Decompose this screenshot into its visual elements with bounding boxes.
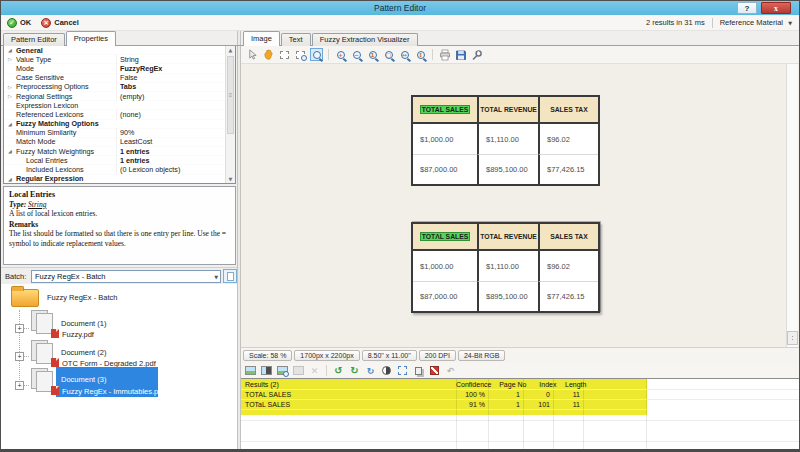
property-value[interactable]: (0 Lexicon objects) [116, 165, 225, 174]
image-preview-icon[interactable] [244, 364, 257, 377]
reference-material-dropdown[interactable]: Reference Material ▼ [720, 18, 792, 27]
rotate-ccw-icon[interactable]: ↺ [332, 364, 345, 377]
select-region-icon[interactable] [278, 48, 291, 61]
image-viewer[interactable]: TOTAL SALES TOTAL REVENUE SALES TAX $1,0… [241, 63, 799, 347]
expand-icon[interactable] [15, 324, 24, 333]
scanned-table-1: TOTAL SALES TOTAL REVENUE SALES TAX $1,0… [411, 95, 600, 186]
property-grid-scrollbar[interactable]: ▲ ▼ [225, 46, 235, 183]
tools-icon[interactable] [470, 48, 483, 61]
save-icon[interactable] [454, 48, 467, 61]
batch-combobox[interactable]: Fuzzy RegEx - Batch ▼ [31, 270, 221, 283]
table-cell: $1,000.00 [413, 251, 477, 281]
result-index: 0 [523, 391, 553, 398]
clear-overlay-icon[interactable] [428, 364, 441, 377]
cancel-button[interactable]: × Cancel [41, 18, 79, 28]
zoom-fit-icon[interactable]: □ [382, 48, 395, 61]
copy-page-icon[interactable] [412, 364, 425, 377]
zoom-selection-icon[interactable] [294, 48, 307, 61]
property-name: Value Type [16, 55, 116, 64]
expander-icon[interactable]: ▷ [4, 84, 16, 90]
pdf-icon [51, 358, 59, 367]
rotate-cw-icon[interactable]: ↻ [348, 364, 361, 377]
property-value[interactable]: Tabs [116, 82, 225, 91]
contrast-icon[interactable] [380, 364, 393, 377]
column-header-page-no[interactable]: Page No [494, 381, 529, 388]
property-value[interactable]: (empty) [116, 92, 225, 101]
result-row[interactable]: TOTaL SALES 91 % 1 101 11 [241, 400, 647, 410]
table-cell: $895,100.00 [477, 281, 538, 311]
expander-icon[interactable]: ◢ [4, 121, 16, 127]
zoom-actual-icon[interactable]: 1 [366, 48, 379, 61]
image-edit-toolbar: ✕ ↺ ↻ ↻ ↶ [241, 363, 799, 378]
match-highlight: TOTAL SALES [420, 105, 470, 115]
property-value[interactable]: 90% [116, 128, 225, 137]
property-value[interactable]: String [116, 55, 225, 64]
refresh-icon[interactable]: ↻ [364, 364, 377, 377]
tree-root-label[interactable]: Fuzzy RegEx - Batch [47, 293, 117, 302]
close-button[interactable]: x [761, 2, 791, 14]
expander-icon[interactable]: ▷ [4, 56, 16, 62]
scroll-up-icon[interactable]: ▲ [226, 47, 235, 53]
help-button[interactable]: ? [737, 2, 757, 14]
tree-guide-line [19, 310, 20, 386]
scroll-down-icon[interactable]: ▼ [226, 176, 235, 182]
tree-item-file-3[interactable]: Fuzzy RegEx - Immutables.pdf [62, 387, 165, 396]
zoom-tool-icon[interactable] [310, 48, 323, 61]
column-header-index[interactable]: Index [529, 381, 559, 388]
viewer-scrollbar[interactable] [786, 64, 798, 347]
table-header-cell: SALES TAX [538, 224, 598, 251]
table-header-cell: TOTΛL SALES [413, 224, 477, 251]
ok-check-icon: ✓ [7, 18, 17, 28]
tree-item-document-1[interactable]: Document (1) [61, 319, 106, 328]
zoom-fit-width-icon[interactable]: ↔ [398, 48, 411, 61]
pointer-icon[interactable] [246, 48, 259, 61]
scrollbar-thumb[interactable] [227, 56, 234, 134]
expand-icon[interactable] [15, 381, 24, 390]
batch-open-button[interactable] [223, 269, 237, 283]
help-remarks: The list should be formatted so that the… [9, 229, 230, 248]
property-value[interactable]: 1 entries [116, 156, 225, 165]
ok-button[interactable]: ✓ OK [7, 18, 31, 28]
zoom-fit-height-icon[interactable]: ↕ [414, 48, 427, 61]
table-cell: $77,426.15 [538, 281, 598, 311]
print-icon[interactable] [438, 48, 451, 61]
tab-properties[interactable]: Properties [66, 31, 116, 46]
pan-hand-icon[interactable] [262, 48, 275, 61]
viewer-scroll-button[interactable] [787, 331, 798, 345]
zoom-out-icon[interactable]: − [350, 48, 363, 61]
image-invert-icon[interactable] [260, 364, 273, 377]
delete-icon: ✕ [308, 364, 321, 377]
reference-material-label: Reference Material [720, 18, 783, 27]
column-header-length[interactable]: Length [559, 381, 589, 388]
image-inspect-icon[interactable] [276, 364, 289, 377]
result-page-no: 1 [488, 391, 523, 398]
expander-icon[interactable]: ◢ [4, 47, 16, 53]
tree-item-document-3[interactable]: Document (3) [61, 375, 106, 384]
combo-dropdown-icon[interactable]: ▼ [214, 274, 218, 280]
property-value[interactable]: 1 entries [116, 147, 225, 156]
tab-fuzzy-extraction-visualizer[interactable]: Fuzzy Extraction Visualizer [312, 33, 418, 46]
tree-item-document-2[interactable]: Document (2) [61, 348, 106, 357]
property-value[interactable]: (none) [116, 110, 225, 119]
batch-folder-icon[interactable] [11, 289, 39, 307]
tab-pattern-editor[interactable]: Pattern Editor [3, 33, 65, 46]
tab-text[interactable]: Text [281, 33, 311, 46]
property-value[interactable]: False [116, 73, 225, 82]
expand-icon[interactable] [15, 352, 24, 361]
batch-label: Batch: [5, 272, 26, 281]
table-header-cell: TOTAL REVENUE [477, 224, 538, 251]
property-row[interactable]: ◢ Regular Expression [4, 175, 225, 184]
expander-icon[interactable]: ◢ [4, 148, 16, 154]
column-header-confidence[interactable]: Confidence [456, 381, 494, 388]
result-row[interactable]: TOTAL SALES 100 % 1 0 11 [241, 390, 647, 400]
expander-icon[interactable]: ◢ [4, 176, 16, 182]
pattern-editor-window: Pattern Editor ? x ✓ OK × Cancel 2 resul… [0, 0, 800, 452]
property-value[interactable]: LeastCost [116, 137, 225, 146]
property-value[interactable]: FuzzyRegEx [116, 64, 225, 73]
zoom-in-icon[interactable]: + [334, 48, 347, 61]
crop-icon[interactable] [396, 364, 409, 377]
tab-image[interactable]: Image [243, 31, 280, 46]
tree-item-file-1[interactable]: Fuzzy.pdf [62, 330, 94, 339]
expander-icon[interactable]: ▷ [4, 93, 16, 99]
status-segment: 24-Bit RGB [458, 350, 505, 361]
